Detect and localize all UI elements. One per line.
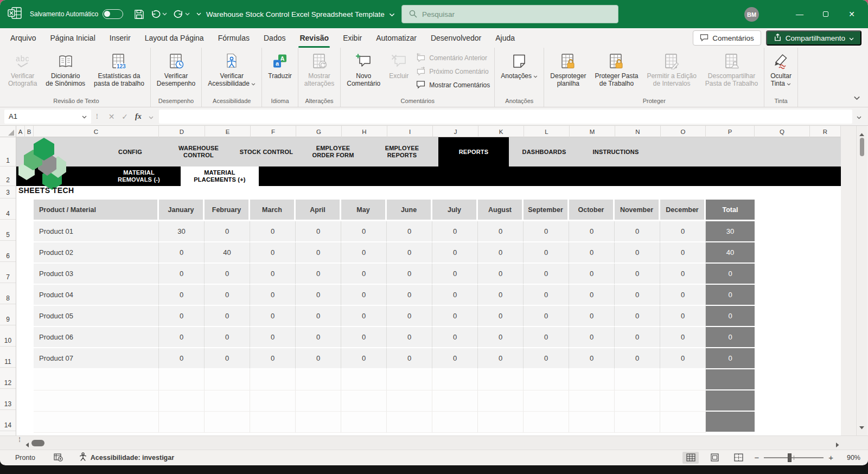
cell-december[interactable] <box>660 390 706 412</box>
cell-july[interactable]: 0 <box>432 285 478 306</box>
menu-tab-desenvolvedor[interactable]: Desenvolvedor <box>424 28 488 48</box>
cell-march[interactable]: 0 <box>250 285 296 306</box>
cell-september[interactable]: 0 <box>524 348 569 369</box>
cell-november[interactable]: 0 <box>615 242 660 264</box>
workbook-nav-tab-dashboards[interactable]: DASHBOARDS <box>512 137 577 166</box>
cell-may[interactable]: 0 <box>341 285 387 306</box>
menu-tab-dados[interactable]: Dados <box>257 28 292 48</box>
cell-march[interactable]: 0 <box>250 348 296 369</box>
formula-bar-splitter[interactable]: ⁞ <box>96 112 98 120</box>
cell-august[interactable]: 0 <box>478 306 524 327</box>
cell-july[interactable] <box>432 412 478 433</box>
cell-september[interactable] <box>524 390 569 412</box>
cell-july[interactable] <box>432 369 478 390</box>
workbook-nav-tab-stock-control[interactable]: STOCK CONTROL <box>234 137 299 166</box>
table-header-february[interactable]: February <box>205 200 250 220</box>
formula-input[interactable] <box>159 110 852 124</box>
cell-may[interactable]: 0 <box>341 264 387 285</box>
cell-july[interactable]: 0 <box>432 306 478 327</box>
cell-october[interactable] <box>569 412 615 433</box>
cell-march[interactable] <box>250 369 296 390</box>
cell-november[interactable] <box>615 390 660 412</box>
ribbon-button-estatisticas-da-pasta-de-trabalho[interactable]: 123Estatísticas dapasta de trabalho <box>90 50 148 88</box>
minimize-button[interactable]: — <box>787 0 813 28</box>
row-header-1[interactable]: 1 <box>0 137 16 166</box>
cell-february[interactable]: 0 <box>205 348 250 369</box>
cell-september[interactable]: 0 <box>524 242 569 264</box>
cell-june[interactable]: 0 <box>387 221 432 242</box>
cell-april[interactable]: 0 <box>296 306 341 327</box>
row-header-6[interactable]: 6 <box>0 241 16 262</box>
menu-tab-exibir[interactable]: Exibir <box>336 28 369 48</box>
cell-january[interactable] <box>159 412 205 433</box>
cell-november[interactable]: 0 <box>615 327 660 348</box>
table-header-november[interactable]: November <box>615 200 660 220</box>
cell-december[interactable]: 0 <box>660 285 706 306</box>
column-header-Q[interactable]: Q <box>755 126 810 137</box>
cell-december[interactable] <box>660 412 706 433</box>
menu-tab-layout-da-pagina[interactable]: Layout da Página <box>138 28 211 48</box>
column-header-C[interactable]: C <box>34 126 159 137</box>
cell-january[interactable] <box>159 369 205 390</box>
autosave-toggle[interactable] <box>103 9 123 19</box>
row-header-3[interactable]: 3 <box>0 186 16 198</box>
cell-october[interactable] <box>569 390 615 412</box>
cell-product-name[interactable] <box>34 390 159 412</box>
cell-february[interactable] <box>205 369 250 390</box>
view-page-break-button[interactable] <box>730 452 746 464</box>
search-input[interactable]: Pesquisar <box>401 5 618 23</box>
menu-tab-revisao[interactable]: Revisão <box>292 28 336 48</box>
name-box-chevron-icon[interactable] <box>82 112 87 120</box>
cell-total[interactable] <box>706 412 755 433</box>
cell-august[interactable] <box>478 390 524 412</box>
accessibility-status-button[interactable]: Acessibilidade: investigar <box>79 452 174 463</box>
cell-may[interactable] <box>341 412 387 433</box>
ribbon-button-verificar-desempenho[interactable]: VerificarDesempenho <box>153 50 199 88</box>
cell-june[interactable]: 0 <box>387 264 432 285</box>
cell-september[interactable] <box>524 412 569 433</box>
row-header-12[interactable]: 12 <box>0 368 16 389</box>
cell-april[interactable]: 0 <box>296 242 341 264</box>
cell-november[interactable] <box>615 369 660 390</box>
column-header-L[interactable]: L <box>524 126 570 137</box>
name-box[interactable]: A1 <box>4 110 91 124</box>
cell-march[interactable]: 0 <box>250 242 296 264</box>
save-button[interactable] <box>134 9 144 20</box>
cell-july[interactable]: 0 <box>432 264 478 285</box>
cell-total[interactable]: 0 <box>706 264 755 285</box>
ribbon-button-dicionario-de-sinonimos[interactable]: Dicionáriode Sinônimos <box>42 50 89 88</box>
ribbon-button-verificar-acessibilidade[interactable]: VerificarAcessibilidade <box>204 50 259 88</box>
workbook-nav-tab-reports[interactable]: REPORTS <box>438 137 509 166</box>
cell-march[interactable]: 0 <box>250 264 296 285</box>
avatar[interactable]: BM <box>744 7 759 22</box>
cell-march[interactable] <box>250 412 296 433</box>
vertical-scrollbar[interactable] <box>856 126 867 435</box>
column-header-O[interactable]: O <box>661 126 706 137</box>
row-header-14[interactable]: 14 <box>0 410 16 431</box>
ribbon-button-ocultar-tinta[interactable]: OcultarTinta <box>767 50 795 88</box>
cell-december[interactable]: 0 <box>660 327 706 348</box>
workbook-nav-tab-instructions[interactable]: INSTRUCTIONS <box>583 137 648 166</box>
select-all-cells-button[interactable] <box>0 126 16 137</box>
cell-may[interactable]: 0 <box>341 348 387 369</box>
cell-august[interactable]: 0 <box>478 221 524 242</box>
cell-june[interactable] <box>387 390 432 412</box>
column-header-A[interactable]: A <box>16 126 25 137</box>
column-header-F[interactable]: F <box>251 126 296 137</box>
scroll-tabs-right-icon[interactable] <box>835 440 840 450</box>
cell-march[interactable]: 0 <box>250 221 296 242</box>
cell-april[interactable] <box>296 412 341 433</box>
cell-january[interactable]: 0 <box>159 242 205 264</box>
menu-tab-formulas[interactable]: Fórmulas <box>211 28 257 48</box>
insert-function-icon[interactable]: fx <box>135 112 142 121</box>
cell-total[interactable]: 0 <box>706 306 755 327</box>
cell-total[interactable]: 0 <box>706 327 755 348</box>
cell-october[interactable] <box>569 369 615 390</box>
row-header-9[interactable]: 9 <box>0 304 16 325</box>
workbook-nav-tab-material-removals[interactable]: MATERIALREMOVALS (-) <box>103 166 175 186</box>
cell-july[interactable] <box>432 390 478 412</box>
confirm-entry-icon[interactable]: ✓ <box>122 112 128 121</box>
zoom-out-button[interactable]: − <box>754 453 759 462</box>
cell-january[interactable]: 0 <box>159 285 205 306</box>
cell-november[interactable]: 0 <box>615 348 660 369</box>
